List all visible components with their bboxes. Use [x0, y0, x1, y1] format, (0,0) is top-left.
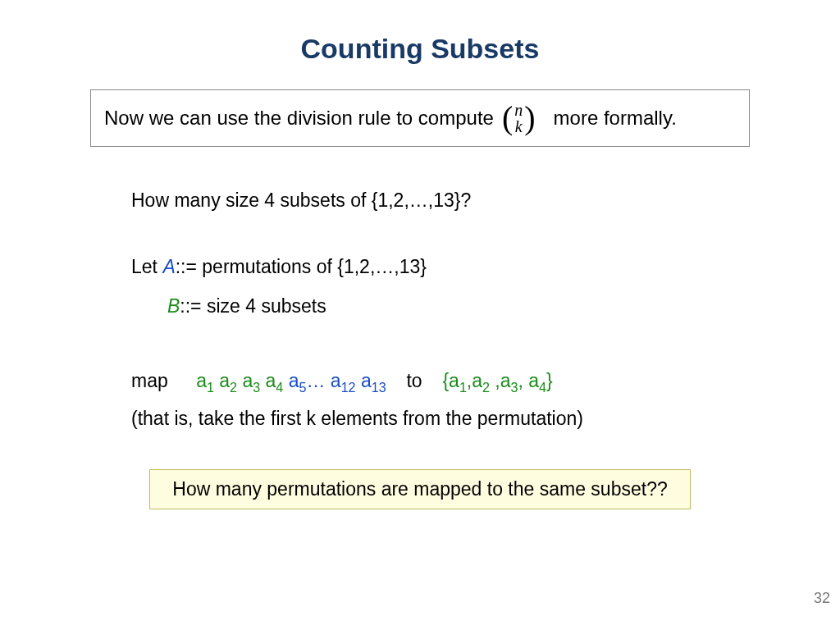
map-to: to: [406, 370, 422, 391]
intro-statement-box: Now we can use the division rule to comp…: [90, 89, 750, 147]
definition-a: Let A::= permutations of {1,2,…,13}: [131, 253, 742, 281]
let-a-pre: Let: [131, 256, 162, 277]
slide-container: Counting Subsets Now we can use the divi…: [0, 0, 840, 630]
page-number: 32: [814, 590, 830, 607]
var-a: A: [162, 256, 175, 277]
slide-title: Counting Subsets: [49, 33, 791, 65]
var-b: B: [167, 295, 180, 317]
definition-b: B::= size 4 subsets: [167, 292, 742, 321]
binom-top: n: [514, 102, 523, 118]
perm-rest: a5… a12 a13: [289, 370, 386, 391]
intro-before: Now we can use the division rule to comp…: [104, 107, 494, 130]
binomial-symbol: ( n k ): [502, 102, 536, 135]
paren-left: (: [502, 105, 513, 131]
intro-after: more formally.: [554, 107, 677, 130]
mapping-line: map a1 a2 a3 a4 a5… a12 a13 to {a1,a2 ,a…: [131, 367, 742, 395]
perm-first-four: a1 a2 a3 a4: [196, 370, 283, 391]
mapping-explain: (that is, take the first k elements from…: [131, 404, 742, 433]
let-a-rest: ::= permutations of {1,2,…,13}: [176, 256, 427, 277]
question-subsets: How many size 4 subsets of {1,2,…,13}?: [131, 186, 742, 215]
map-label: map: [131, 370, 168, 391]
slide-content: How many size 4 subsets of {1,2,…,13}? L…: [131, 186, 742, 433]
highlighted-question-box: How many permutations are mapped to the …: [149, 469, 691, 509]
subset-result: {a1,a2 ,a3, a4}: [442, 370, 552, 391]
let-b-rest: ::= size 4 subsets: [180, 295, 326, 317]
paren-right: ): [524, 105, 535, 131]
binom-bottom: k: [515, 118, 523, 135]
